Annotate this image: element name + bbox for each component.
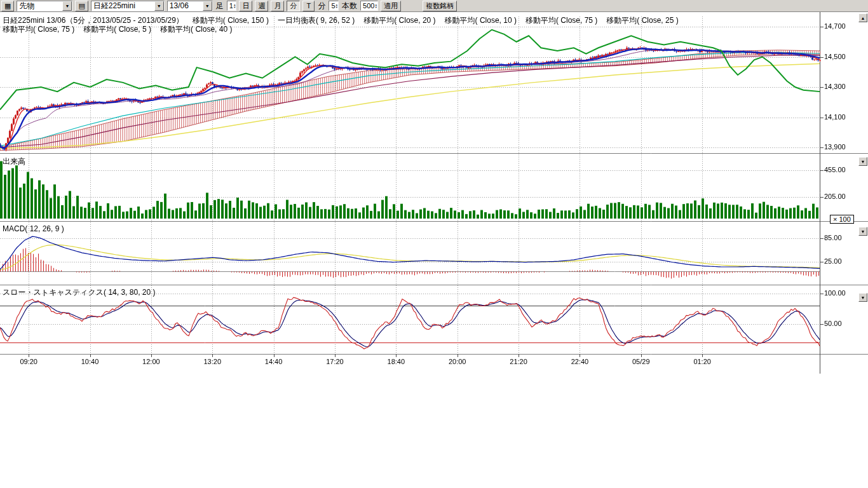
multi-symbol-button[interactable]: 複数銘柄 xyxy=(423,1,457,11)
chart-application-window: ▦ 先物 ▼ ▤ 日経225mini ▼ 13/06 ▼ 足 1 ▴▾ 日 週 … xyxy=(0,0,868,488)
indicator-label: 移動平均( Close, 20 ) xyxy=(363,15,435,26)
indicator-label: 移動平均( Close, 25 ) xyxy=(606,15,678,26)
volume-axis-label: 205.00 xyxy=(824,193,846,200)
instrument-type-dropdown[interactable]: 先物 ▼ xyxy=(17,1,72,11)
minute-value: 5 xyxy=(331,2,335,10)
time-axis-label: 10:40 xyxy=(81,358,99,365)
price-axis-label: 14,700 xyxy=(824,22,846,30)
spinner-icon[interactable]: ▴▾ xyxy=(336,3,338,8)
volume-axis-label: 455.00 xyxy=(824,166,846,173)
price-chart-canvas xyxy=(0,0,868,488)
down-arrow-icon: ▼ xyxy=(861,295,865,300)
macd-panel-label: MACD( 12, 26, 9 ) xyxy=(3,224,64,233)
period-day-button[interactable]: 日 xyxy=(239,1,252,11)
time-axis-label: 17:20 xyxy=(326,358,344,365)
symbol-value: 日経225mini xyxy=(92,1,154,11)
time-axis-label: 01:20 xyxy=(693,358,711,365)
symbol-list-button[interactable]: ▤ xyxy=(75,1,88,11)
symbol-dropdown[interactable]: 日経225mini ▼ xyxy=(91,1,165,11)
stoch-panel-label: スロー・ストキャスティクス( 14, 3, 80, 20 ) xyxy=(3,287,155,298)
time-axis-label: 09:20 xyxy=(20,358,37,365)
indicator-label: 一目均衡表( 9, 26, 52 ) xyxy=(278,15,355,26)
price-axis-label: 14,500 xyxy=(824,53,846,60)
period-minute-button[interactable]: 分 xyxy=(287,1,300,11)
bars-label: 本数 xyxy=(341,1,358,11)
time-axis-label: 21:20 xyxy=(510,358,527,365)
down-arrow-icon: ▼ xyxy=(861,159,865,164)
time-axis-label: 13:20 xyxy=(203,358,221,365)
interval-value: 1 xyxy=(229,2,233,10)
bar-type-label: 足 xyxy=(215,1,224,11)
bars-value: 500 xyxy=(363,2,374,10)
stoch-axis-scroll-down-button[interactable]: ▼ xyxy=(858,293,867,302)
list-icon: ▤ xyxy=(78,2,85,10)
time-axis-label: 14:40 xyxy=(265,358,283,365)
down-arrow-icon: ▼ xyxy=(861,229,865,234)
time-axis-label: 18:40 xyxy=(388,358,405,365)
time-axis-label: 12:00 xyxy=(142,358,160,365)
macd-axis-label: 25.00 xyxy=(824,257,842,265)
period-tick-button[interactable]: T xyxy=(302,1,315,11)
indicator-label: 移動平均( Close, 40 ) xyxy=(160,24,232,35)
indicator-label: 移動平均( Close, 75 ) xyxy=(3,24,74,35)
price-axis-scroll-up-button[interactable]: ▲ xyxy=(858,13,867,22)
time-axis-label: 05/29 xyxy=(632,358,650,365)
toolbar-spacer xyxy=(403,6,420,6)
indicator-label: 移動平均( Close, 5 ) xyxy=(83,24,151,35)
macd-axis-label: 85.00 xyxy=(824,234,842,241)
instrument-type-value: 先物 xyxy=(17,1,62,11)
chevron-down-icon[interactable]: ▼ xyxy=(203,1,212,11)
spin-down-icon[interactable]: ▾ xyxy=(375,6,377,8)
layout-button[interactable]: ▦ xyxy=(1,1,14,11)
price-axis-label: 14,100 xyxy=(824,113,846,121)
volume-axis-scroll-down-button[interactable]: ▼ xyxy=(858,157,867,166)
spin-down-icon[interactable]: ▾ xyxy=(234,6,236,8)
spinner-icon[interactable]: ▴▾ xyxy=(234,3,236,8)
volume-panel-label: 出来高 xyxy=(3,156,25,167)
stoch-axis-label: 100.00 xyxy=(824,289,846,297)
minute-input[interactable]: 5 ▴▾ xyxy=(329,1,339,11)
grid-icon: ▦ xyxy=(4,2,11,10)
price-axis-label: 14,300 xyxy=(824,83,846,90)
bars-input[interactable]: 500 ▴▾ xyxy=(360,1,378,11)
indicator-label: 移動平均( Close, 75 ) xyxy=(526,15,597,26)
up-arrow-icon: ▲ xyxy=(861,16,865,20)
chevron-down-icon[interactable]: ▼ xyxy=(154,1,164,11)
chevron-down-icon[interactable]: ▼ xyxy=(62,1,72,11)
interval-input[interactable]: 1 ▴▾ xyxy=(227,1,237,11)
macd-axis-scroll-down-button[interactable]: ▼ xyxy=(858,227,867,236)
volume-multiplier-badge: × 100 xyxy=(830,215,854,224)
time-axis-label: 20:00 xyxy=(449,358,466,365)
indicator-label: 移動平均( Close, 10 ) xyxy=(445,15,517,26)
minute-label: 分 xyxy=(317,1,326,11)
time-axis-label: 22:40 xyxy=(571,358,589,365)
contract-month-value: 13/06 xyxy=(168,1,203,10)
spin-down-icon[interactable]: ▾ xyxy=(336,6,338,8)
spinner-icon[interactable]: ▴▾ xyxy=(375,3,377,8)
contract-month-dropdown[interactable]: 13/06 ▼ xyxy=(167,1,213,11)
stoch-axis-label: 50.00 xyxy=(824,320,842,327)
period-week-button[interactable]: 週 xyxy=(255,1,268,11)
chart-header-line2: 移動平均( Close, 75 )移動平均( Close, 5 )移動平均( C… xyxy=(3,24,232,35)
main-toolbar: ▦ 先物 ▼ ▤ 日経225mini ▼ 13/06 ▼ 足 1 ▴▾ 日 週 … xyxy=(0,0,868,12)
price-axis-label: 13,900 xyxy=(824,143,846,151)
period-month-button[interactable]: 月 xyxy=(271,1,284,11)
apply-button[interactable]: 適用 xyxy=(381,1,401,11)
